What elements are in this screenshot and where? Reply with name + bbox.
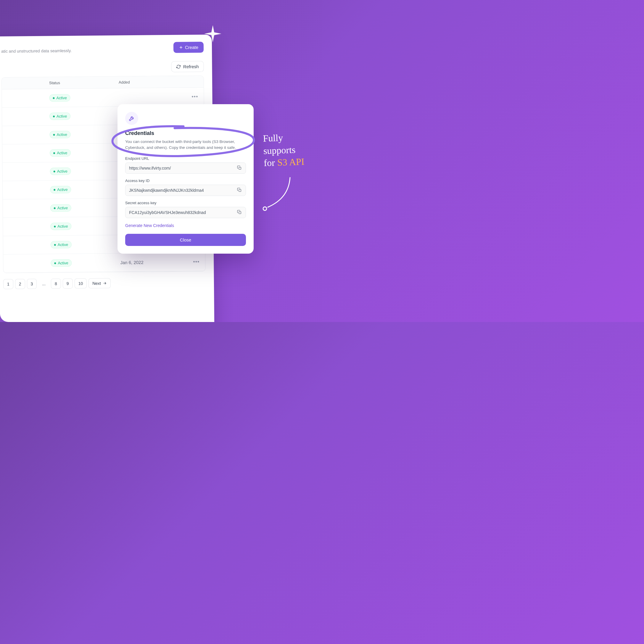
- status-badge: Active: [49, 94, 70, 102]
- arrow-right-icon: [103, 281, 107, 285]
- endpoint-field[interactable]: https://www.ifvirty.com/: [125, 162, 246, 174]
- access-key-label: Access key ID: [125, 178, 246, 183]
- copy-access-key-button[interactable]: [237, 188, 242, 193]
- endpoint-value: https://www.ifvirty.com/: [129, 166, 237, 170]
- copy-icon: [237, 165, 242, 170]
- page-3[interactable]: 3: [27, 279, 37, 289]
- page-9[interactable]: 9: [63, 278, 73, 289]
- create-button-label: Create: [185, 45, 198, 50]
- copy-icon: [237, 188, 242, 192]
- access-key-value: JKSNajkwndjkawndjknNNJJKn32kldma4: [129, 188, 237, 193]
- pagination-ellipsis: ...: [38, 279, 49, 289]
- plus-icon: [179, 45, 183, 50]
- annotation-arrow: [260, 175, 296, 213]
- svg-rect-2: [239, 212, 241, 214]
- added-cell: [119, 97, 186, 97]
- annotation-text: Fully supports for S3 API: [263, 131, 305, 169]
- generate-credentials-link[interactable]: Generate New Credentials: [125, 223, 174, 228]
- table-header: Status Added: [2, 76, 204, 89]
- column-added: Added: [119, 79, 204, 85]
- copy-secret-key-button[interactable]: [237, 210, 242, 215]
- wrench-icon: [128, 115, 135, 122]
- modal-title: Credentials: [125, 130, 246, 136]
- table-row: ActiveJan 6, 2022•••: [3, 253, 205, 273]
- modal-icon-wrap: [125, 112, 138, 125]
- status-badge: Active: [50, 186, 71, 194]
- row-actions-button[interactable]: •••: [186, 94, 204, 100]
- secret-key-field[interactable]: FCA12yui3ybGHAVSHJe3ewuh832kdnad: [125, 207, 246, 218]
- credentials-modal: Credentials You can connect the bucket w…: [117, 104, 254, 254]
- status-badge: Active: [50, 223, 72, 230]
- close-button[interactable]: Close: [125, 234, 246, 246]
- endpoint-label: Endpoint URL: [125, 156, 246, 161]
- page-10[interactable]: 10: [74, 278, 87, 289]
- page-2[interactable]: 2: [15, 279, 25, 289]
- row-actions-button[interactable]: •••: [187, 259, 205, 265]
- refresh-button[interactable]: Refresh: [171, 61, 204, 72]
- status-badge: Active: [51, 259, 72, 267]
- header-description: atic and unstructured data seamlessly.: [1, 43, 72, 54]
- status-badge: Active: [51, 241, 72, 249]
- access-key-field[interactable]: JKSNajkwndjkawndjknNNJJKn32kldma4: [125, 185, 246, 196]
- status-badge: Active: [50, 149, 71, 157]
- page-1[interactable]: 1: [3, 279, 13, 289]
- svg-rect-0: [239, 167, 241, 169]
- svg-point-3: [263, 207, 267, 210]
- pagination: 123...8910Next: [3, 277, 206, 289]
- added-cell: Jan 6, 2022: [120, 260, 187, 265]
- secret-key-value: FCA12yui3ybGHAVSHJe3ewuh832kdnad: [129, 210, 237, 215]
- refresh-icon: [176, 65, 181, 69]
- status-badge: Active: [49, 131, 71, 139]
- status-badge: Active: [50, 204, 72, 212]
- column-status: Status: [49, 80, 119, 85]
- secret-key-label: Secret access key: [125, 201, 246, 205]
- modal-description: You can connect the bucket with third-pa…: [125, 139, 246, 151]
- status-badge: Active: [49, 112, 71, 120]
- pagination-next[interactable]: Next: [88, 278, 111, 289]
- create-button[interactable]: Create: [173, 42, 204, 53]
- refresh-button-label: Refresh: [183, 64, 199, 69]
- copy-endpoint-button[interactable]: [237, 165, 242, 171]
- status-badge: Active: [50, 168, 71, 175]
- copy-icon: [237, 210, 242, 215]
- page-8[interactable]: 8: [51, 278, 61, 289]
- svg-rect-1: [239, 189, 241, 191]
